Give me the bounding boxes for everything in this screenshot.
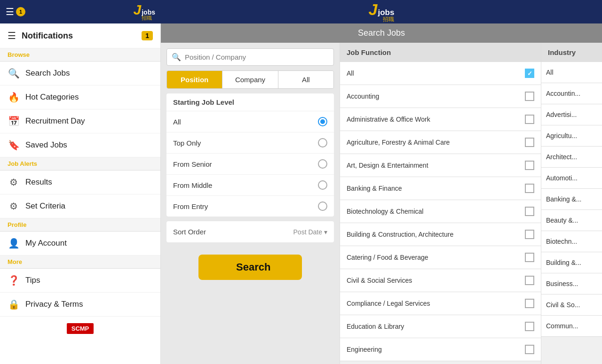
sidebar-item-set-criteria[interactable]: ⚙ Set Criteria [0,194,160,218]
job-level-senior[interactable]: From Senior [166,154,334,175]
jf-label-art: Art, Design & Entertainment [347,162,428,169]
sidebar-item-my-account[interactable]: 👤 My Account [0,232,160,256]
jf-item-catering[interactable]: Catering / Food & Beverage [340,246,541,269]
search-jobs-icon: 🔍 [8,68,20,79]
industry-header: Industry [541,43,602,62]
jf-item-engineering[interactable]: Engineering [340,338,541,361]
sidebar-item-saved-jobs[interactable]: 🔖 Saved Jobs [0,133,160,157]
checkbox-admin [525,115,534,124]
section-profile: Profile [0,218,160,232]
logo-text-left: jobs [142,9,155,15]
jf-item-art[interactable]: Art, Design & Entertainment [340,154,541,177]
sidebar-label-hot-categories: Hot Categories [25,93,79,102]
sidebar-item-hot-categories[interactable]: 🔥 Hot Categories [0,85,160,109]
ind-item-building[interactable]: Building &... [541,252,602,273]
tab-company[interactable]: Company [222,71,278,88]
level-top-label: Top Only [173,139,201,147]
search-btn-wrap: Search [166,247,334,284]
ind-item-architecture[interactable]: Architect... [541,147,602,168]
industry-panel: Industry All Accountin... Advertisi... A… [541,43,602,364]
sort-order-row[interactable]: Sort Order Post Date ▾ [166,221,334,242]
level-middle-label: From Middle [173,181,212,189]
ind-item-agriculture[interactable]: Agricultu... [541,125,602,147]
jf-label-banking: Banking & Finance [347,185,402,192]
logo-j-center: J [369,1,378,17]
ind-item-civil[interactable]: Civil & So... [541,294,602,316]
job-level-middle[interactable]: From Middle [166,175,334,196]
sidebar-label-privacy: Privacy & Terms [25,300,83,309]
jf-label-catering: Catering / Food & Beverage [347,254,428,261]
results-icon: ⚙ [8,177,20,188]
saved-jobs-icon: 🔖 [8,139,20,151]
checkbox-building [525,230,534,239]
search-input-wrap[interactable]: 🔍 [166,48,334,66]
jf-item-biotech[interactable]: Biotechnology & Chemical [340,200,541,223]
ind-item-accounting[interactable]: Accountin... [541,83,602,104]
sidebar-label-recruitment-day: Recruitment Day [25,116,85,126]
jf-label-building: Building & Construction, Architecture [347,231,453,238]
ind-item-advertising[interactable]: Advertisi... [541,104,602,125]
job-function-panel: Job Function All Accounting Administrati… [340,43,541,364]
checkbox-catering [525,253,534,262]
jf-item-education[interactable]: Education & Library [340,315,541,338]
checkbox-art [525,161,534,170]
section-browse: Browse [0,48,160,62]
sidebar-item-results[interactable]: ⚙ Results [0,170,160,194]
search-panel: 🔍 Position Company All Starting Job Leve… [161,43,340,364]
top-bar-right: J jobs 招職 [161,1,602,22]
jf-item-accounting[interactable]: Accounting [340,85,541,108]
jf-item-all[interactable]: All [340,62,541,85]
sidebar-label-saved-jobs: Saved Jobs [25,140,67,150]
menu-badge: 1 [16,7,25,16]
jf-label-accounting: Accounting [347,93,379,100]
tab-position[interactable]: Position [167,71,222,88]
job-level-entry[interactable]: From Entry [166,196,334,217]
radio-middle [318,180,327,190]
jf-label-engineering: Engineering [347,346,382,353]
jf-item-admin[interactable]: Administrative & Office Work [340,108,541,131]
sidebar-label-my-account: My Account [25,239,67,248]
ind-item-all[interactable]: All [541,62,602,83]
privacy-icon: 🔒 [8,299,20,310]
jf-item-banking[interactable]: Banking & Finance [340,177,541,200]
notifications-label: Notifications [22,31,136,41]
sidebar-item-search-jobs[interactable]: 🔍 Search Jobs [0,62,160,85]
jf-label-education: Education & Library [347,323,404,330]
checkbox-education [525,322,534,331]
jf-item-compliance[interactable]: Compliance / Legal Services [340,292,541,315]
ind-item-biotech[interactable]: Biotechn... [541,231,602,252]
sidebar-item-privacy[interactable]: 🔒 Privacy & Terms [0,293,160,317]
ind-item-community[interactable]: Commun... [541,316,602,337]
top-bar-left: ☰ 1 J jobs 招職 [0,3,161,21]
sidebar-item-tips[interactable]: ❓ Tips [0,269,160,293]
search-input[interactable] [185,53,329,61]
ind-item-business[interactable]: Business... [541,273,602,294]
logo-chinese-left: 招職 [142,15,155,21]
checkbox-compliance [525,299,534,308]
jf-item-building[interactable]: Building & Construction, Architecture [340,223,541,246]
jf-item-civil[interactable]: Civil & Social Services [340,269,541,292]
recruitment-day-icon: 📅 [8,116,20,127]
sidebar-label-search-jobs: Search Jobs [25,69,70,78]
checkbox-banking [525,184,534,193]
job-level-all[interactable]: All [166,111,334,132]
menu-button[interactable]: ☰ 1 [6,6,25,17]
sidebar-item-recruitment-day[interactable]: 📅 Recruitment Day [0,109,160,133]
hot-categories-icon: 🔥 [8,92,20,103]
level-senior-label: From Senior [173,160,212,168]
top-bar: ☰ 1 J jobs 招職 J jobs 招職 [0,0,602,23]
ind-item-banking[interactable]: Banking &... [541,189,602,210]
set-criteria-icon: ⚙ [8,201,20,212]
search-button[interactable]: Search [198,255,302,280]
jf-item-agriculture[interactable]: Agriculture, Forestry & Animal Care [340,131,541,154]
menu-icon: ☰ [6,6,14,17]
ind-item-automotive[interactable]: Automoti... [541,168,602,189]
section-job-alerts: Job Alerts [0,157,160,170]
tab-all[interactable]: All [278,71,333,88]
ind-item-beauty[interactable]: Beauty &... [541,210,602,231]
notifications-item[interactable]: ☰ Notifications 1 [0,23,160,48]
job-level-top[interactable]: Top Only [166,132,334,154]
main-content: ☰ Notifications 1 Browse 🔍 Search Jobs 🔥… [0,23,602,364]
tab-row: Position Company All [166,70,334,89]
panel-body: 🔍 Position Company All Starting Job Leve… [161,43,602,364]
